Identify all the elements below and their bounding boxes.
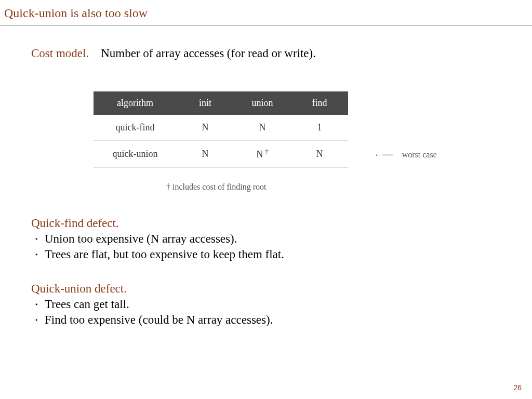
cell-union-0: N bbox=[234, 115, 291, 141]
th-algorithm: algorithm bbox=[94, 91, 177, 115]
page-number: 26 bbox=[513, 383, 522, 392]
cell-algo-1: quick-union bbox=[94, 141, 177, 168]
th-init: init bbox=[177, 91, 234, 115]
cell-find-0: 1 bbox=[291, 115, 348, 141]
cost-table: algorithm init union find quick-find N N… bbox=[94, 91, 348, 168]
cell-find-1: N bbox=[291, 141, 348, 168]
list-item: ・ Find too expensive (could be N array a… bbox=[31, 313, 501, 327]
qu-defect-heading: Quick-union defect. bbox=[31, 282, 501, 296]
qu-bullet-2: Find too expensive (could be N array acc… bbox=[45, 313, 273, 327]
worst-case-annotation: ←── worst case bbox=[374, 150, 437, 159]
qf-bullet-1: Union too expensive (N array accesses). bbox=[45, 232, 237, 246]
slide-body: Cost model. Number of array accesses (fo… bbox=[0, 26, 532, 327]
slide: Quick-union is also too slow Cost model.… bbox=[0, 0, 532, 399]
table-wrap: algorithm init union find quick-find N N… bbox=[94, 91, 501, 168]
table-footnote: † includes cost of finding root bbox=[166, 182, 501, 192]
th-union: union bbox=[234, 91, 291, 115]
qf-defect-heading: Quick-find defect. bbox=[31, 217, 501, 230]
annotation-text: worst case bbox=[402, 150, 437, 159]
list-item: ・ Union too expensive (N array accesses)… bbox=[31, 232, 501, 246]
cell-union-1: N † bbox=[234, 141, 291, 168]
cell-init-1: N bbox=[177, 141, 234, 168]
qf-bullet-2: Trees are flat, but too expensive to kee… bbox=[45, 248, 284, 261]
table-header-row: algorithm init union find bbox=[94, 91, 348, 115]
th-find: find bbox=[291, 91, 348, 115]
bullet-icon: ・ bbox=[31, 313, 45, 327]
cell-algo-0: quick-find bbox=[94, 115, 177, 141]
table-row: quick-find N N 1 bbox=[94, 115, 348, 141]
cost-model-desc: Number of array accesses (for read or wr… bbox=[101, 47, 316, 60]
bullet-icon: ・ bbox=[31, 298, 45, 311]
title-bar: Quick-union is also too slow bbox=[0, 0, 532, 26]
arrow-left-icon: ←── bbox=[374, 150, 393, 159]
cell-init-0: N bbox=[177, 115, 234, 141]
cost-model-label: Cost model. bbox=[31, 47, 89, 60]
slide-title: Quick-union is also too slow bbox=[4, 6, 148, 20]
list-item: ・ Trees are flat, but too expensive to k… bbox=[31, 248, 501, 261]
table-row: quick-union N N † N bbox=[94, 141, 348, 168]
list-item: ・ Trees can get tall. bbox=[31, 298, 501, 311]
qu-bullet-1: Trees can get tall. bbox=[45, 298, 129, 311]
bullet-icon: ・ bbox=[31, 248, 45, 261]
bullet-icon: ・ bbox=[31, 232, 45, 246]
cost-model-line: Cost model. Number of array accesses (fo… bbox=[31, 47, 501, 60]
dagger-mark: † bbox=[265, 148, 269, 155]
